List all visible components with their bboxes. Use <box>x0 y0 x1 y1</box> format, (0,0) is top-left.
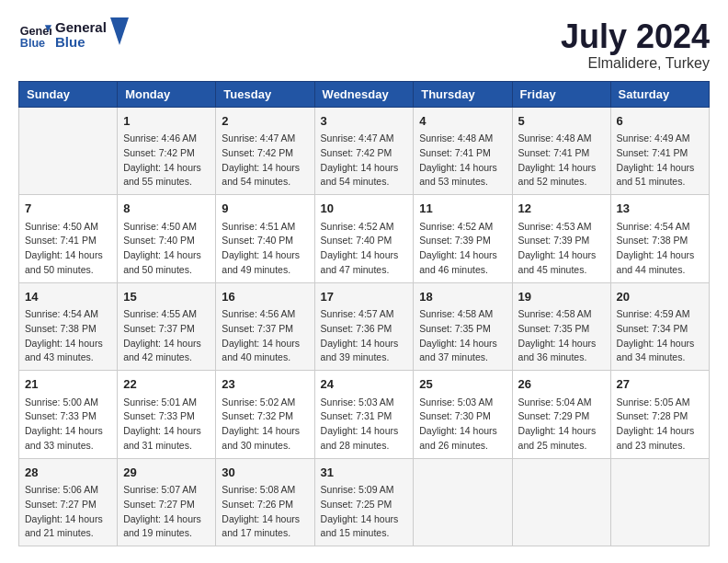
calendar-cell: 6Sunrise: 4:49 AMSunset: 7:41 PMDaylight… <box>610 107 709 195</box>
calendar-cell: 10Sunrise: 4:52 AMSunset: 7:40 PMDayligh… <box>314 195 414 283</box>
col-header-monday: Monday <box>118 81 216 107</box>
day-number: 15 <box>123 288 210 306</box>
calendar-cell: 5Sunrise: 4:48 AMSunset: 7:41 PMDaylight… <box>512 107 610 195</box>
day-number: 31 <box>321 464 408 482</box>
day-number: 12 <box>518 200 605 218</box>
calendar-cell: 21Sunrise: 5:00 AMSunset: 7:33 PMDayligh… <box>19 371 118 459</box>
col-header-sunday: Sunday <box>19 81 118 107</box>
day-number: 20 <box>617 288 703 306</box>
title-block: July 2024 Elmalidere, Turkey <box>561 18 710 72</box>
day-number: 5 <box>518 112 605 131</box>
calendar-cell: 31Sunrise: 5:09 AMSunset: 7:25 PMDayligh… <box>314 458 414 546</box>
day-number: 28 <box>25 464 111 482</box>
calendar-cell: 11Sunrise: 4:52 AMSunset: 7:39 PMDayligh… <box>414 195 512 283</box>
calendar-cell <box>19 107 118 195</box>
cell-content: Sunrise: 4:56 AMSunset: 7:37 PMDaylight:… <box>222 307 308 365</box>
calendar-week-row: 1Sunrise: 4:46 AMSunset: 7:42 PMDaylight… <box>19 107 710 195</box>
day-number: 16 <box>222 288 308 306</box>
cell-content: Sunrise: 4:47 AMSunset: 7:42 PMDaylight:… <box>222 132 308 190</box>
logo-blue: Blue <box>55 35 107 51</box>
cell-content: Sunrise: 4:48 AMSunset: 7:41 PMDaylight:… <box>419 132 506 190</box>
logo-triangle-icon <box>110 17 129 45</box>
day-number: 26 <box>518 375 605 394</box>
cell-content: Sunrise: 4:50 AMSunset: 7:41 PMDaylight:… <box>25 220 111 278</box>
col-header-saturday: Saturday <box>610 81 709 107</box>
calendar-cell: 30Sunrise: 5:08 AMSunset: 7:26 PMDayligh… <box>216 458 314 546</box>
day-number: 9 <box>222 200 308 218</box>
location-subtitle: Elmalidere, Turkey <box>561 55 710 72</box>
calendar-cell: 9Sunrise: 4:51 AMSunset: 7:40 PMDaylight… <box>216 195 314 283</box>
cell-content: Sunrise: 4:54 AMSunset: 7:38 PMDaylight:… <box>25 307 111 365</box>
day-number: 18 <box>419 288 506 306</box>
cell-content: Sunrise: 4:58 AMSunset: 7:35 PMDaylight:… <box>518 307 605 365</box>
calendar-cell: 19Sunrise: 4:58 AMSunset: 7:35 PMDayligh… <box>512 282 610 371</box>
calendar-table: SundayMondayTuesdayWednesdayThursdayFrid… <box>18 81 710 547</box>
day-number: 6 <box>617 112 703 131</box>
calendar-cell: 14Sunrise: 4:54 AMSunset: 7:38 PMDayligh… <box>19 282 118 371</box>
cell-content: Sunrise: 5:01 AMSunset: 7:33 PMDaylight:… <box>123 396 210 454</box>
day-number: 7 <box>25 200 111 218</box>
month-year-title: July 2024 <box>561 18 710 55</box>
day-number: 3 <box>321 112 408 131</box>
cell-content: Sunrise: 4:48 AMSunset: 7:41 PMDaylight:… <box>518 132 605 190</box>
cell-content: Sunrise: 5:06 AMSunset: 7:27 PMDaylight:… <box>25 483 111 541</box>
cell-content: Sunrise: 4:47 AMSunset: 7:42 PMDaylight:… <box>321 132 408 190</box>
calendar-week-row: 14Sunrise: 4:54 AMSunset: 7:38 PMDayligh… <box>19 282 710 371</box>
col-header-wednesday: Wednesday <box>314 81 414 107</box>
day-number: 30 <box>222 464 308 482</box>
day-number: 17 <box>321 288 408 306</box>
cell-content: Sunrise: 4:58 AMSunset: 7:35 PMDaylight:… <box>419 307 506 365</box>
col-header-thursday: Thursday <box>414 81 512 107</box>
cell-content: Sunrise: 5:03 AMSunset: 7:31 PMDaylight:… <box>321 396 408 454</box>
svg-text:Blue: Blue <box>20 37 45 50</box>
calendar-cell: 25Sunrise: 5:03 AMSunset: 7:30 PMDayligh… <box>414 371 512 459</box>
cell-content: Sunrise: 4:54 AMSunset: 7:38 PMDaylight:… <box>617 220 703 278</box>
calendar-cell: 24Sunrise: 5:03 AMSunset: 7:31 PMDayligh… <box>314 371 414 459</box>
cell-content: Sunrise: 4:49 AMSunset: 7:41 PMDaylight:… <box>617 132 703 190</box>
calendar-cell <box>610 458 709 546</box>
calendar-cell: 28Sunrise: 5:06 AMSunset: 7:27 PMDayligh… <box>19 458 118 546</box>
calendar-cell: 26Sunrise: 5:04 AMSunset: 7:29 PMDayligh… <box>512 371 610 459</box>
day-number: 4 <box>419 112 506 131</box>
calendar-cell: 15Sunrise: 4:55 AMSunset: 7:37 PMDayligh… <box>118 282 216 371</box>
day-number: 2 <box>222 112 308 131</box>
day-number: 11 <box>419 200 506 218</box>
day-number: 24 <box>321 375 408 394</box>
calendar-cell: 3Sunrise: 4:47 AMSunset: 7:42 PMDaylight… <box>314 107 414 195</box>
calendar-cell: 1Sunrise: 4:46 AMSunset: 7:42 PMDaylight… <box>118 107 216 195</box>
calendar-cell: 16Sunrise: 4:56 AMSunset: 7:37 PMDayligh… <box>216 282 314 371</box>
cell-content: Sunrise: 4:53 AMSunset: 7:39 PMDaylight:… <box>518 220 605 278</box>
cell-content: Sunrise: 4:46 AMSunset: 7:42 PMDaylight:… <box>123 132 210 190</box>
calendar-cell: 18Sunrise: 4:58 AMSunset: 7:35 PMDayligh… <box>414 282 512 371</box>
calendar-cell: 20Sunrise: 4:59 AMSunset: 7:34 PMDayligh… <box>610 282 709 371</box>
cell-content: Sunrise: 5:03 AMSunset: 7:30 PMDaylight:… <box>419 396 506 454</box>
calendar-cell: 4Sunrise: 4:48 AMSunset: 7:41 PMDaylight… <box>414 107 512 195</box>
calendar-cell: 29Sunrise: 5:07 AMSunset: 7:27 PMDayligh… <box>118 458 216 546</box>
svg-marker-3 <box>110 17 129 45</box>
cell-content: Sunrise: 4:59 AMSunset: 7:34 PMDaylight:… <box>617 307 703 365</box>
calendar-cell: 23Sunrise: 5:02 AMSunset: 7:32 PMDayligh… <box>216 371 314 459</box>
cell-content: Sunrise: 5:05 AMSunset: 7:28 PMDaylight:… <box>617 396 703 454</box>
calendar-cell <box>512 458 610 546</box>
logo-general: General <box>55 20 107 36</box>
day-number: 19 <box>518 288 605 306</box>
day-number: 10 <box>321 200 408 218</box>
logo-icon: General Blue <box>18 18 51 52</box>
cell-content: Sunrise: 5:04 AMSunset: 7:29 PMDaylight:… <box>518 396 605 454</box>
cell-content: Sunrise: 4:50 AMSunset: 7:40 PMDaylight:… <box>123 220 210 278</box>
day-number: 8 <box>123 200 210 218</box>
day-number: 22 <box>123 375 210 394</box>
calendar-cell: 22Sunrise: 5:01 AMSunset: 7:33 PMDayligh… <box>118 371 216 459</box>
cell-content: Sunrise: 4:52 AMSunset: 7:39 PMDaylight:… <box>419 220 506 278</box>
calendar-cell: 27Sunrise: 5:05 AMSunset: 7:28 PMDayligh… <box>610 371 709 459</box>
calendar-cell: 7Sunrise: 4:50 AMSunset: 7:41 PMDaylight… <box>19 195 118 283</box>
cell-content: Sunrise: 5:08 AMSunset: 7:26 PMDaylight:… <box>222 483 308 541</box>
calendar-week-row: 7Sunrise: 4:50 AMSunset: 7:41 PMDaylight… <box>19 195 710 283</box>
calendar-cell: 2Sunrise: 4:47 AMSunset: 7:42 PMDaylight… <box>216 107 314 195</box>
calendar-cell: 12Sunrise: 4:53 AMSunset: 7:39 PMDayligh… <box>512 195 610 283</box>
cell-content: Sunrise: 5:07 AMSunset: 7:27 PMDaylight:… <box>123 483 210 541</box>
calendar-header-row: SundayMondayTuesdayWednesdayThursdayFrid… <box>19 81 710 107</box>
col-header-tuesday: Tuesday <box>216 81 314 107</box>
cell-content: Sunrise: 4:51 AMSunset: 7:40 PMDaylight:… <box>222 220 308 278</box>
day-number: 23 <box>222 375 308 394</box>
